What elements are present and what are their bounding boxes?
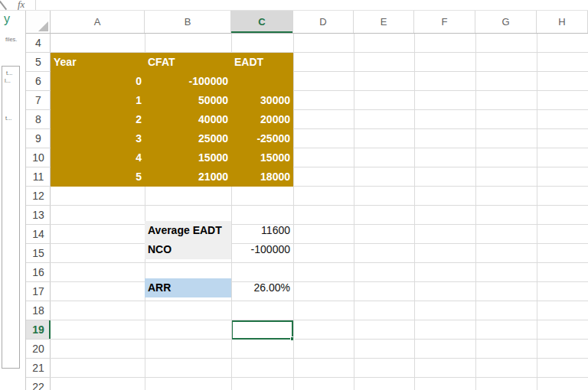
row-header-14[interactable]: 14 [26, 225, 51, 244]
table-cell-cfat[interactable]: 21000 [148, 167, 228, 187]
column-header-G[interactable]: G [475, 11, 537, 33]
column-header-B[interactable]: B [145, 11, 231, 33]
fill-handle[interactable] [290, 336, 295, 341]
table-cell-cfat[interactable]: -100000 [148, 72, 228, 91]
column-headers: ABCDEFGH [51, 11, 588, 34]
table-cell-cfat[interactable]: 40000 [148, 110, 228, 129]
table-cell-eadt[interactable]: -25000 [234, 129, 290, 148]
table-cell-year[interactable]: 5 [54, 167, 142, 187]
table-cell-year[interactable]: 1 [54, 91, 142, 110]
table-cell-cfat[interactable]: 15000 [148, 148, 228, 167]
column-header-H[interactable]: H [537, 11, 588, 33]
summary-label[interactable]: NCO [148, 240, 172, 259]
task-pane-list-item[interactable]: t... [5, 115, 11, 122]
column-header-C[interactable]: C [231, 11, 293, 33]
table-cell-eadt[interactable]: 30000 [234, 91, 290, 110]
row-header-19[interactable]: 19 [26, 320, 51, 340]
select-all-button[interactable] [26, 11, 51, 34]
summary-label[interactable]: ARR [148, 278, 171, 297]
column-header-D[interactable]: D [293, 11, 354, 33]
column-header-A[interactable]: A [51, 11, 145, 33]
formula-bar: fx [0, 0, 588, 11]
active-cell-C19[interactable] [231, 320, 293, 340]
summary-value[interactable]: -100000 [234, 240, 290, 259]
cancel-icon [0, 1, 7, 10]
task-pane: y files. t...l...t... [0, 11, 26, 390]
summary-value[interactable]: 26.00% [234, 278, 290, 297]
table-cell-eadt[interactable]: 15000 [234, 148, 290, 167]
row-header-13[interactable]: 13 [26, 206, 51, 225]
spreadsheet: ABCDEFGH 4567891011121314151617181920212… [26, 11, 588, 390]
row-header-6[interactable]: 6 [26, 72, 51, 91]
excel-window: fx y files. t...l...t... ABCDEFGH 456789… [0, 0, 588, 390]
row-header-5[interactable]: 5 [26, 53, 51, 72]
grid-vertical-line [293, 34, 294, 390]
table-cell-year[interactable]: 2 [54, 110, 142, 129]
formula-input[interactable] [36, 0, 588, 10]
cells-area[interactable]: YearCFATEADT0-10000015000030000240000200… [51, 34, 588, 390]
row-header-7[interactable]: 7 [26, 91, 51, 110]
row-header-22[interactable]: 22 [26, 378, 51, 390]
row-header-15[interactable]: 15 [26, 244, 51, 263]
table-cell-eadt[interactable]: 20000 [234, 110, 290, 129]
row-header-10[interactable]: 10 [26, 148, 51, 167]
table-cell-eadt[interactable] [234, 72, 290, 91]
table-cell-cfat[interactable]: 50000 [148, 91, 228, 110]
data-table: YearCFATEADT0-10000015000030000240000200… [51, 53, 293, 187]
row-header-11[interactable]: 11 [26, 167, 51, 187]
table-cell-year[interactable]: 4 [54, 148, 142, 167]
column-header-E[interactable]: E [354, 11, 414, 33]
task-pane-text-fragment: files. [5, 36, 17, 43]
task-pane-heading-fragment: y [4, 12, 10, 26]
row-header-20[interactable]: 20 [26, 340, 51, 359]
table-cell-year[interactable]: 0 [54, 72, 142, 91]
task-pane-list-box: t...l...t... [2, 66, 20, 369]
table-header-cell[interactable]: EADT [234, 53, 263, 72]
row-header-12[interactable]: 12 [26, 187, 51, 206]
row-header-18[interactable]: 18 [26, 301, 51, 320]
summary-value[interactable]: 11600 [234, 221, 290, 240]
table-cell-year[interactable]: 3 [54, 129, 142, 148]
row-headers: 45678910111213141516171819202122 [26, 34, 51, 390]
select-all-triangle-icon [38, 21, 48, 31]
insert-function-icon[interactable]: fx [18, 0, 24, 11]
grid-vertical-line [354, 34, 354, 390]
table-header-cell[interactable]: CFAT [148, 53, 175, 72]
grid-vertical-line [414, 34, 415, 390]
summary-label[interactable]: Average EADT [148, 221, 222, 240]
task-pane-list-item[interactable]: t... [6, 70, 12, 76]
task-pane-list-item[interactable]: l... [5, 77, 11, 84]
row-header-17[interactable]: 17 [26, 282, 51, 301]
row-header-8[interactable]: 8 [26, 110, 51, 129]
table-cell-cfat[interactable]: 25000 [148, 129, 228, 148]
grid-vertical-line [475, 34, 476, 390]
grid-vertical-line [537, 34, 537, 390]
row-header-9[interactable]: 9 [26, 129, 51, 148]
row-header-16[interactable]: 16 [26, 263, 51, 282]
table-header-cell[interactable]: Year [54, 53, 77, 72]
row-header-21[interactable]: 21 [26, 359, 51, 378]
row-header-4[interactable]: 4 [26, 34, 51, 53]
column-header-F[interactable]: F [414, 11, 475, 33]
table-cell-eadt[interactable]: 18000 [234, 167, 290, 187]
